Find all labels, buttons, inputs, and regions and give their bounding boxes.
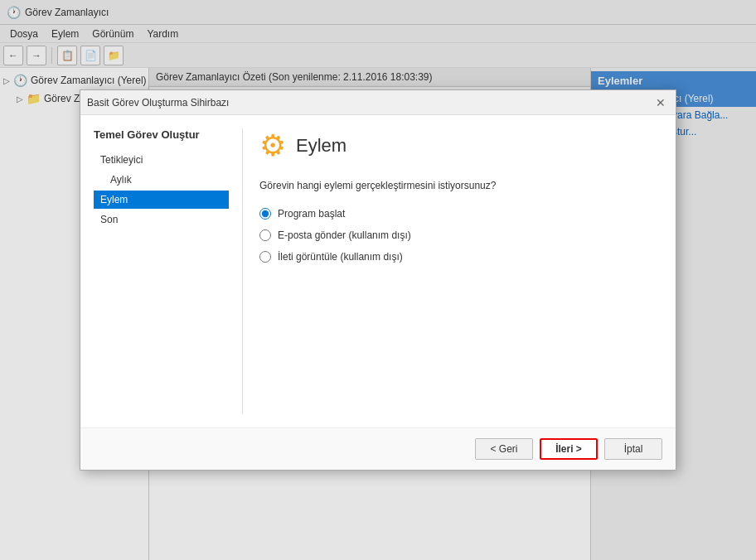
back-button[interactable]: < Geri: [475, 438, 533, 460]
dialog-close-button[interactable]: ✕: [652, 94, 669, 111]
radio-option-0[interactable]: Program başlat: [259, 208, 662, 220]
dialog: Basit Görev Oluşturma Sihirbazı ✕ Temel …: [80, 89, 676, 471]
dialog-header-icon: ⚙: [259, 128, 286, 163]
dialog-nav-title: Temel Görev Oluştur: [94, 128, 229, 141]
dialog-question: Görevin hangi eylemi gerçekleştirmesini …: [259, 180, 662, 191]
dialog-title-bar: Basit Görev Oluşturma Sihirbazı ✕: [80, 90, 676, 115]
cancel-button[interactable]: İptal: [604, 438, 662, 460]
dialog-nav: Temel Görev Oluştur Tetikleyici Aylık Ey…: [94, 128, 243, 414]
radio-input-2[interactable]: [259, 251, 271, 263]
dialog-nav-eylem[interactable]: Eylem: [94, 191, 229, 209]
dialog-content-header: ⚙ Eylem: [259, 128, 662, 163]
dialog-footer: < Geri İleri > İptal: [80, 427, 676, 470]
dialog-title-text: Basit Görev Oluşturma Sihirbazı: [87, 97, 229, 109]
radio-input-1[interactable]: [259, 229, 271, 241]
dialog-nav-tetikleyici[interactable]: Tetikleyici: [94, 151, 229, 169]
radio-label-2: İleti görüntüle (kullanım dışı): [278, 251, 403, 263]
dialog-body: Temel Görev Oluştur Tetikleyici Aylık Ey…: [80, 115, 676, 427]
radio-label-1: E-posta gönder (kullanım dışı): [278, 229, 411, 241]
next-button[interactable]: İleri >: [540, 438, 598, 460]
dialog-header-title: Eylem: [296, 135, 346, 157]
dialog-overlay: Basit Görev Oluşturma Sihirbazı ✕ Temel …: [0, 0, 756, 560]
radio-input-0[interactable]: [259, 208, 271, 220]
radio-option-1[interactable]: E-posta gönder (kullanım dışı): [259, 229, 662, 241]
dialog-nav-son[interactable]: Son: [94, 210, 229, 229]
radio-option-2[interactable]: İleti görüntüle (kullanım dışı): [259, 251, 662, 263]
radio-label-0: Program başlat: [278, 208, 345, 220]
dialog-nav-aylik[interactable]: Aylık: [94, 171, 229, 189]
dialog-content: ⚙ Eylem Görevin hangi eylemi gerçekleşti…: [243, 128, 662, 414]
